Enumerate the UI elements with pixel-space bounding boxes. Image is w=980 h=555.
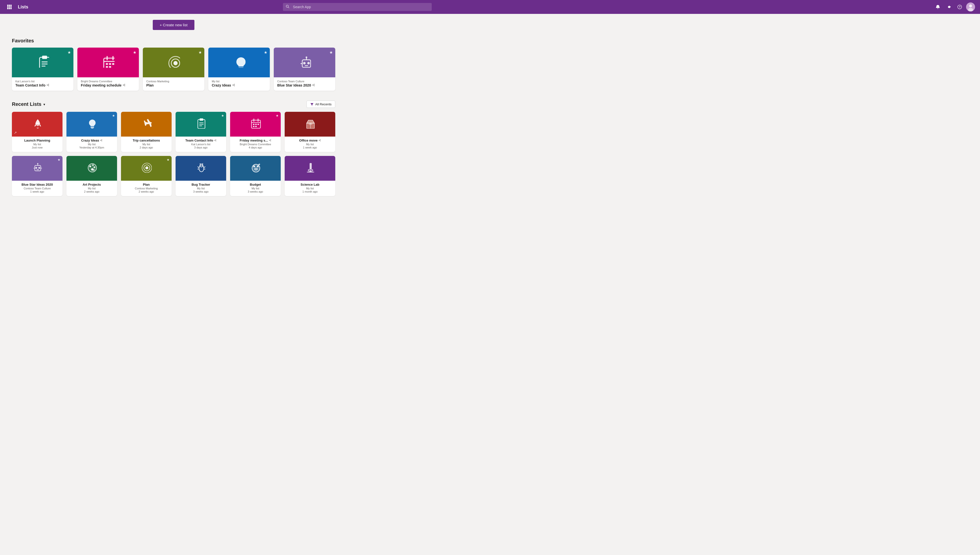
search-icon (286, 5, 289, 9)
recent-card-time: Yesterday at 4:30pm (69, 146, 114, 149)
recent-card-icon (250, 162, 261, 175)
recent-card-owner: Contoso Team Culture (15, 187, 59, 190)
recent-card-owner: My list (124, 143, 169, 146)
recent-card-icon (305, 162, 315, 175)
favorite-card[interactable]: ★ Kat Larson's list Team Contact Info (12, 48, 73, 91)
recent-card-info: Friday meeting s... Bright Dreams Commit… (230, 136, 281, 152)
fav-card-icon (298, 55, 311, 71)
star-icon: ★ (264, 50, 267, 55)
star-icon: ★ (58, 158, 61, 162)
fav-card-info: Bright Dreams Committee Friday meeting s… (77, 77, 139, 91)
svg-rect-6 (7, 8, 8, 9)
recent-card-image: ★ (66, 112, 117, 136)
fav-card-icon (167, 55, 180, 71)
svg-line-39 (124, 85, 124, 86)
svg-point-52 (307, 62, 310, 64)
recent-card-image (175, 156, 226, 181)
favorites-title: Favorites (12, 38, 335, 43)
fav-card-image: ★ (274, 48, 335, 77)
fav-card-subtitle: Contoso Team Culture (277, 80, 332, 83)
star-icon: ★ (329, 50, 333, 55)
search-input[interactable] (283, 3, 432, 11)
favorite-card[interactable]: ★ Contoso Marketing Plan (143, 48, 204, 91)
svg-point-133 (256, 168, 257, 170)
chevron-down-icon[interactable]: ▾ (43, 103, 45, 106)
svg-rect-0 (7, 5, 8, 6)
recent-list-card[interactable]: Bug Tracker My list 3 weeks ago (175, 156, 226, 196)
favorite-card[interactable]: ★ Bright Dreams Committee Friday meeting… (77, 48, 139, 91)
recent-card-name: Trip cancellations (124, 139, 169, 142)
shared-icon (122, 83, 125, 87)
svg-line-102 (319, 140, 320, 141)
recent-list-card[interactable]: Art Projects My list 2 weeks ago (66, 156, 117, 196)
recent-lists-section: Recent Lists ▾ All Recents ↗ Launch Plan… (12, 101, 335, 196)
fav-card-name: Friday meeting schedule (81, 83, 135, 87)
recent-list-card[interactable]: Trip cancellations My list 2 days ago (121, 112, 172, 152)
notifications-button[interactable] (933, 3, 942, 11)
recent-list-card[interactable]: ★ Blue Star Ideas 2020 Contoso Team Cult… (12, 156, 63, 196)
recent-list-card[interactable]: Science Lab My list 1 month ago (285, 156, 335, 196)
svg-rect-1 (9, 5, 10, 6)
recent-list-card[interactable]: ★ Team Contact Info Kat Larson's list 3 … (175, 112, 226, 152)
fav-card-info: Kat Larson's list Team Contact Info (12, 77, 73, 91)
recent-card-name: Plan (124, 183, 169, 186)
recent-card-icon (141, 162, 152, 175)
svg-point-104 (35, 167, 37, 168)
app-header: Lists ? (0, 0, 980, 14)
fav-card-name: Crazy Ideas (212, 83, 266, 87)
recent-card-info: Launch Planning My list Just now (12, 136, 63, 152)
help-button[interactable]: ? (955, 3, 964, 11)
favorite-card[interactable]: ★ Contoso Team Culture Blue Star Ideas 2… (274, 48, 335, 91)
recent-card-info: Art Projects My list 2 weeks ago (66, 181, 117, 196)
favorites-section: Favorites ★ Kat Larson's list Team Conta… (12, 38, 335, 91)
svg-point-129 (253, 165, 255, 167)
svg-point-51 (303, 62, 305, 64)
svg-rect-5 (10, 6, 12, 8)
user-avatar[interactable] (966, 3, 975, 11)
recent-card-name: Friday meeting s... (233, 139, 278, 142)
recent-list-card[interactable]: ★ Plan Contoso Marketing 2 weeks ago (121, 156, 172, 196)
recent-lists-header: Recent Lists ▾ All Recents (12, 101, 335, 108)
all-recents-button[interactable]: All Recents (307, 101, 335, 108)
favorite-card[interactable]: ★ My list Crazy Ideas (208, 48, 270, 91)
recent-card-info: Plan Contoso Marketing 2 weeks ago (121, 181, 172, 196)
recent-card-owner: Kat Larson's list (178, 143, 223, 146)
svg-point-119 (145, 166, 148, 169)
shared-icon (232, 83, 235, 87)
fav-card-name: Team Contact Info (15, 83, 70, 87)
recent-list-card[interactable]: ★ Friday meeting s... Bright Dreams Comm… (230, 112, 281, 152)
recent-list-card[interactable]: ↗ Launch Planning My list Just now (12, 112, 63, 152)
svg-point-55 (305, 56, 307, 58)
recent-card-icon (250, 118, 261, 131)
settings-button[interactable] (944, 3, 953, 11)
recent-list-card[interactable]: Office move My list 1 week ago (285, 112, 335, 152)
create-list-area: + Create new list (12, 20, 335, 30)
recent-list-card[interactable]: Budget My list 3 weeks ago (230, 156, 281, 196)
svg-rect-134 (310, 163, 312, 169)
fav-card-image: ★ (77, 48, 139, 77)
svg-rect-65 (91, 128, 93, 128)
main-content: + Create new list Favorites ★ Kat Larson… (0, 14, 347, 212)
svg-rect-89 (255, 126, 257, 127)
recent-card-owner: Contoso Marketing (124, 187, 169, 190)
fav-card-icon (233, 55, 246, 71)
recent-card-image: ★ (230, 112, 281, 136)
recent-list-card[interactable]: ★ Crazy Ideas My list Yesterday at 4:30p… (66, 112, 117, 152)
shared-icon (312, 83, 315, 87)
svg-rect-43 (239, 67, 244, 67)
recent-card-icon (305, 118, 315, 131)
star-icon: ★ (167, 158, 170, 162)
svg-rect-87 (257, 124, 259, 125)
recent-card-owner: My list (69, 143, 114, 146)
svg-rect-34 (109, 66, 111, 67)
waffle-menu-button[interactable] (5, 3, 14, 11)
recent-card-image (285, 112, 335, 136)
recent-title-area: Recent Lists ▾ (12, 101, 45, 107)
create-new-list-button[interactable]: + Create new list (153, 20, 194, 30)
recent-card-time: 3 days ago (178, 146, 223, 149)
search-container (283, 3, 432, 11)
fav-card-icon (102, 55, 114, 71)
star-icon: ★ (276, 114, 279, 117)
recent-card-icon (32, 118, 43, 131)
svg-point-42 (174, 61, 178, 65)
